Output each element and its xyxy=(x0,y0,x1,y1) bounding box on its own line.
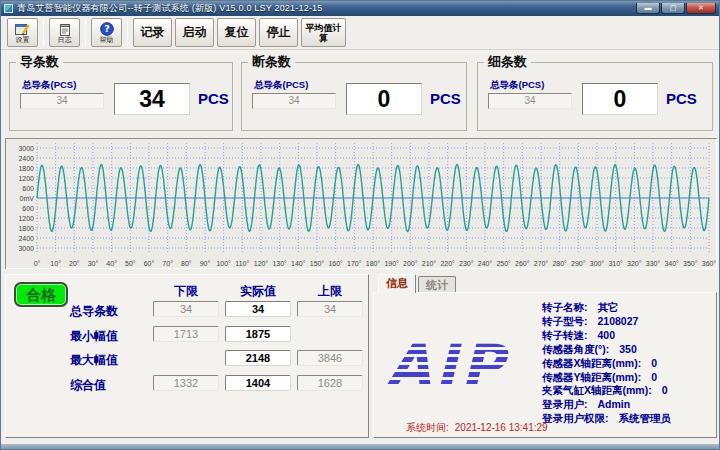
svg-text:230°: 230° xyxy=(459,260,474,267)
svg-text:0mV: 0mV xyxy=(20,195,35,202)
svg-text:160°: 160° xyxy=(328,260,343,267)
svg-text:300°: 300° xyxy=(590,260,605,267)
info-field-sensor-angle: 传感器角度(°):350 xyxy=(542,343,671,357)
unit-label: PCS xyxy=(198,90,229,107)
info-field-sensor-y: 传感器Y轴距离(mm):0 xyxy=(542,371,671,385)
svg-text:600: 600 xyxy=(22,205,34,212)
info-field-rotor-model: 转子型号:2108027 xyxy=(542,315,671,329)
info-field-sensor-x: 传感器X轴距离(mm):0 xyxy=(542,357,671,371)
group-title: 细条数 xyxy=(484,53,531,71)
min-amplitude-lower: 1713 xyxy=(153,326,219,342)
log-icon xyxy=(59,23,71,36)
toolbar-separator xyxy=(127,20,128,46)
info-fields: 转子名称:其它 转子型号:2108027 转子转速:400 传感器角度(°):3… xyxy=(542,301,671,426)
svg-text:2400: 2400 xyxy=(18,155,34,162)
group-title: 断条数 xyxy=(248,53,295,71)
info-field-rotor-speed: 转子转速:400 xyxy=(542,329,671,343)
logo-stripes-overlay xyxy=(386,335,546,399)
column-header-lower: 下限 xyxy=(153,283,219,300)
row-label-min-amplitude: 最小幅值 xyxy=(70,328,152,345)
svg-text:270°: 270° xyxy=(534,260,549,267)
svg-text:170°: 170° xyxy=(347,260,362,267)
total-bars-label: 总导条(PCS) xyxy=(22,79,76,92)
composite-actual: 1404 xyxy=(225,375,291,391)
row-label-max-amplitude: 最大幅值 xyxy=(70,352,152,369)
column-header-upper: 上限 xyxy=(297,283,363,300)
total-bars-field: 34 xyxy=(488,93,572,109)
svg-text:20°: 20° xyxy=(69,260,80,267)
svg-text:250°: 250° xyxy=(496,260,511,267)
svg-text:210°: 210° xyxy=(422,260,437,267)
total-bars-actual: 34 xyxy=(225,301,291,317)
svg-text:150°: 150° xyxy=(310,260,325,267)
svg-text:0°: 0° xyxy=(34,260,41,267)
close-button[interactable]: ✕ xyxy=(686,3,716,14)
max-amplitude-actual: 2148 xyxy=(225,350,291,366)
svg-text:30°: 30° xyxy=(88,260,99,267)
max-amplitude-upper: 3846 xyxy=(297,350,363,366)
svg-text:130°: 130° xyxy=(272,260,287,267)
waveform-chart: 0°10°20°30°40°50°60°70°80°90°100°110°120… xyxy=(5,138,717,269)
svg-text:1200: 1200 xyxy=(18,215,34,222)
result-panel: 合格 下限 实际值 上限 总导条数 34 34 34 最小幅值 1713 187… xyxy=(5,274,369,438)
settings-label: 设置 xyxy=(16,36,30,44)
info-tab-content: AIP 转子名称:其它 转子型号:2108027 转子转速:400 传感器角度(… xyxy=(373,292,717,438)
svg-text:310°: 310° xyxy=(608,260,623,267)
app-icon xyxy=(4,4,13,13)
svg-text:200°: 200° xyxy=(403,260,418,267)
svg-text:1800: 1800 xyxy=(18,225,34,232)
svg-text:3000: 3000 xyxy=(18,245,34,252)
svg-text:?: ? xyxy=(104,23,110,34)
svg-text:260°: 260° xyxy=(515,260,530,267)
svg-text:1200: 1200 xyxy=(18,175,34,182)
reset-button[interactable]: 复位 xyxy=(217,18,256,47)
svg-text:2400: 2400 xyxy=(18,235,34,242)
svg-text:320°: 320° xyxy=(627,260,642,267)
broken-bar-count-display: 0 xyxy=(346,83,422,115)
thin-bar-count-display: 0 xyxy=(582,83,658,115)
log-button[interactable]: 日志 xyxy=(49,18,80,47)
min-amplitude-actual: 1875 xyxy=(225,326,291,342)
svg-text:80°: 80° xyxy=(181,260,192,267)
bar-count-display: 34 xyxy=(114,83,190,115)
window-title: 青岛艾普智能仪器有限公司--转子测试系统 (新版) V15.0.0 LSY 20… xyxy=(17,2,632,15)
group-title: 导条数 xyxy=(16,53,63,71)
minimize-button[interactable]: ▬ xyxy=(636,3,660,14)
composite-upper: 1628 xyxy=(297,375,363,391)
tab-statistics[interactable]: 统计 xyxy=(418,276,456,292)
row-label-total-bars: 总导条数 xyxy=(70,303,152,320)
info-field-clamp-cylinder-x: 夹紧气缸X轴距离(mm):0 xyxy=(542,384,671,398)
info-field-user-role: 登录用户权限:系统管理员 xyxy=(542,412,671,426)
svg-text:1800: 1800 xyxy=(18,165,34,172)
waveform-svg: 0°10°20°30°40°50°60°70°80°90°100°110°120… xyxy=(5,138,717,269)
svg-text:360°: 360° xyxy=(702,260,717,267)
svg-text:120°: 120° xyxy=(254,260,269,267)
info-field-rotor-name: 转子名称:其它 xyxy=(542,301,671,315)
composite-lower: 1332 xyxy=(153,375,219,391)
title-bar: 青岛艾普智能仪器有限公司--转子测试系统 (新版) V15.0.0 LSY 20… xyxy=(1,1,719,16)
record-button[interactable]: 记录 xyxy=(133,18,172,47)
svg-text:70°: 70° xyxy=(162,260,173,267)
total-bars-upper: 34 xyxy=(297,301,363,317)
toolbar-separator xyxy=(43,20,44,46)
window-bottom-border xyxy=(1,444,719,449)
svg-text:90°: 90° xyxy=(200,260,211,267)
total-bars-label: 总导条(PCS) xyxy=(254,79,308,92)
svg-text:340°: 340° xyxy=(664,260,679,267)
help-icon: ? xyxy=(100,22,114,36)
total-bars-label: 总导条(PCS) xyxy=(490,79,544,92)
svg-text:3000: 3000 xyxy=(18,145,34,152)
maximize-button[interactable]: ▢ xyxy=(661,3,685,14)
svg-text:220°: 220° xyxy=(440,260,455,267)
svg-text:190°: 190° xyxy=(384,260,399,267)
average-calc-button[interactable]: 平均值计算 xyxy=(301,18,346,47)
column-header-actual: 实际值 xyxy=(225,283,291,300)
start-button[interactable]: 启动 xyxy=(175,18,214,47)
svg-text:60°: 60° xyxy=(144,260,155,267)
settings-button[interactable]: 设置 xyxy=(7,18,38,47)
total-bars-field: 34 xyxy=(20,93,104,109)
help-button[interactable]: ? 帮助 xyxy=(91,18,122,47)
stop-button[interactable]: 停止 xyxy=(259,18,298,47)
toolbar: 设置 日志 ? 帮助 记录 启动 复位 停止 平均值计算 xyxy=(1,16,719,50)
tab-info[interactable]: 信息 xyxy=(378,274,416,293)
